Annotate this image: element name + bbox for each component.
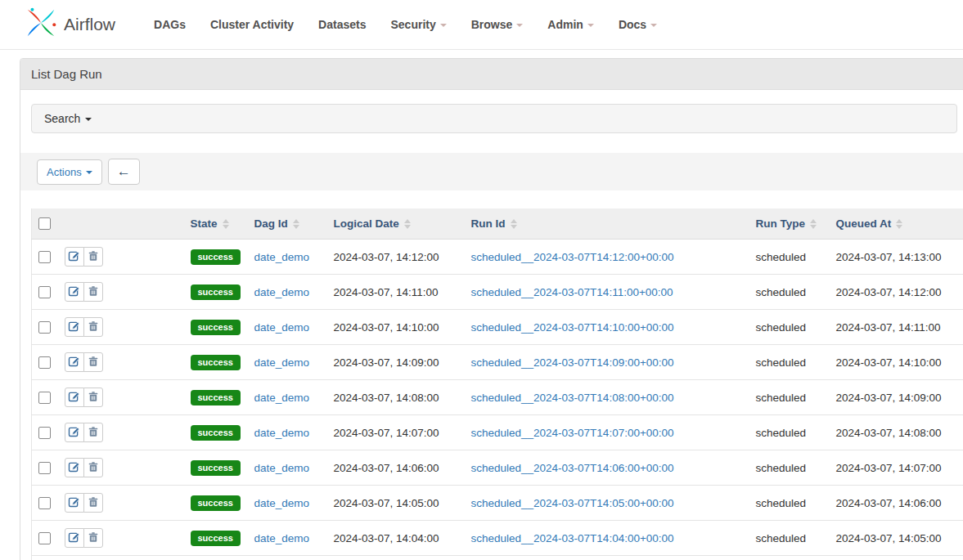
trash-icon (88, 391, 99, 405)
chevron-down-icon (440, 24, 447, 27)
nav-item[interactable]: Admin (535, 10, 606, 39)
nav-item[interactable]: Browse (459, 10, 536, 39)
logical-date-cell: 2024-03-07, 14:06:00 (329, 450, 466, 486)
edit-record-button[interactable] (65, 282, 84, 302)
delete-record-button[interactable] (83, 247, 103, 267)
nav-item[interactable]: Cluster Activity (198, 10, 306, 39)
row-checkbox[interactable] (38, 532, 51, 544)
select-all-checkbox[interactable] (38, 217, 51, 230)
search-label: Search (44, 112, 80, 125)
dag-id-link[interactable]: date_demo (254, 392, 310, 404)
nav-item[interactable]: DAGs (142, 10, 198, 39)
column-sort-header[interactable]: State (191, 217, 229, 230)
column-sort-header[interactable]: Run Id (471, 217, 517, 230)
sort-arrows-icon[interactable] (896, 219, 902, 229)
search-filter-toggle[interactable]: Search (31, 104, 957, 133)
sort-arrows-icon[interactable] (404, 219, 411, 229)
edit-record-button[interactable] (65, 528, 84, 548)
airflow-brand[interactable]: Airflow (23, 5, 115, 44)
queued-at-cell: 2024-03-07, 14:13:00 (831, 240, 963, 275)
row-checkbox[interactable] (38, 392, 51, 404)
sort-arrows-icon[interactable] (293, 219, 299, 229)
sort-arrows-icon[interactable] (223, 219, 229, 229)
sort-arrows-icon[interactable] (810, 219, 817, 229)
edit-record-button[interactable] (65, 247, 84, 267)
run-id-link[interactable]: scheduled__2024-03-07T14:10:00+00:00 (471, 321, 674, 334)
nav-item[interactable]: Security (378, 10, 458, 39)
column-sort-header[interactable]: Dag Id (254, 217, 299, 230)
logical-date-cell: 2024-03-07, 14:03:00 (329, 556, 466, 560)
state-badge: success (191, 460, 241, 476)
run-id-link[interactable]: scheduled__2024-03-07T14:12:00+00:00 (471, 251, 674, 263)
delete-record-button[interactable] (83, 423, 103, 442)
logical-date-cell: 2024-03-07, 14:12:00 (329, 240, 466, 275)
dag-id-link[interactable]: date_demo (254, 497, 310, 509)
edit-record-button[interactable] (65, 388, 84, 407)
state-badge: success (191, 495, 241, 511)
run-id-link[interactable]: scheduled__2024-03-07T14:08:00+00:00 (471, 392, 674, 404)
row-checkbox[interactable] (38, 356, 51, 369)
row-checkbox[interactable] (38, 497, 51, 509)
nav-item[interactable]: Datasets (306, 10, 378, 39)
dag-id-link[interactable]: date_demo (254, 532, 310, 544)
run-type-cell: scheduled (751, 345, 831, 380)
row-checkbox[interactable] (38, 286, 51, 298)
nav-item[interactable]: Docs (606, 10, 669, 39)
dag-id-link[interactable]: date_demo (254, 356, 310, 369)
trash-icon (88, 496, 99, 510)
table-header-row: State Dag Id Logical Date Run Id (32, 208, 963, 240)
delete-record-button[interactable] (83, 458, 103, 477)
table-row: success date_demo 2024-03-07, 14:06:00 s… (32, 450, 963, 486)
state-badge: success (191, 320, 241, 335)
delete-record-button[interactable] (83, 493, 103, 513)
delete-record-button[interactable] (83, 388, 103, 407)
delete-record-button[interactable] (83, 528, 103, 548)
back-button[interactable]: ← (108, 159, 140, 185)
run-id-link[interactable]: scheduled__2024-03-07T14:11:00+00:00 (471, 286, 673, 298)
trash-icon (88, 250, 99, 264)
logical-date-cell: 2024-03-07, 14:10:00 (329, 310, 466, 345)
chevron-down-icon (587, 24, 594, 27)
row-checkbox[interactable] (38, 462, 51, 474)
row-checkbox[interactable] (38, 321, 51, 334)
edit-record-button[interactable] (65, 352, 84, 372)
column-sort-header[interactable]: Logical Date (334, 217, 411, 230)
delete-record-button[interactable] (83, 352, 103, 372)
run-id-link[interactable]: scheduled__2024-03-07T14:04:00+00:00 (471, 532, 674, 544)
run-type-cell: scheduled (751, 450, 831, 486)
actions-toolbar: Actions ← (20, 153, 963, 190)
table-row: success date_demo 2024-03-07, 14:11:00 s… (32, 275, 963, 310)
queued-at-cell: 2024-03-07, 14:11:00 (831, 310, 963, 345)
delete-record-button[interactable] (83, 317, 103, 337)
pencil-square-icon (68, 320, 80, 334)
column-sort-header[interactable]: Queued At (836, 217, 903, 230)
edit-record-button[interactable] (65, 458, 84, 477)
dag-id-link[interactable]: date_demo (254, 251, 310, 263)
column-sort-header[interactable]: Run Type (756, 217, 817, 230)
run-id-link[interactable]: scheduled__2024-03-07T14:09:00+00:00 (471, 356, 674, 369)
sort-arrows-icon[interactable] (511, 219, 517, 229)
row-checkbox[interactable] (38, 251, 51, 263)
state-badge: success (191, 390, 241, 405)
edit-record-button[interactable] (65, 493, 84, 513)
chevron-down-icon (86, 171, 92, 174)
dag-id-link[interactable]: date_demo (254, 321, 310, 334)
run-type-cell: scheduled (751, 380, 831, 415)
delete-record-button[interactable] (83, 282, 103, 302)
run-type-cell: scheduled (751, 415, 831, 450)
row-checkbox[interactable] (38, 427, 51, 439)
table-body: success date_demo 2024-03-07, 14:12:00 s… (32, 240, 963, 560)
logical-date-cell: 2024-03-07, 14:07:00 (329, 415, 466, 450)
queued-at-cell: 2024-03-07, 14:05:00 (831, 521, 963, 556)
edit-record-button[interactable] (65, 317, 84, 337)
table-row: success date_demo 2024-03-07, 14:10:00 s… (32, 310, 963, 345)
actions-dropdown-button[interactable]: Actions (37, 159, 102, 185)
pencil-square-icon (68, 531, 80, 545)
dag-id-link[interactable]: date_demo (254, 286, 310, 298)
run-id-link[interactable]: scheduled__2024-03-07T14:06:00+00:00 (471, 462, 674, 474)
run-id-link[interactable]: scheduled__2024-03-07T14:05:00+00:00 (471, 497, 674, 509)
dag-id-link[interactable]: date_demo (254, 427, 310, 439)
dag-id-link[interactable]: date_demo (254, 462, 310, 474)
edit-record-button[interactable] (65, 423, 84, 442)
run-id-link[interactable]: scheduled__2024-03-07T14:07:00+00:00 (471, 427, 674, 439)
